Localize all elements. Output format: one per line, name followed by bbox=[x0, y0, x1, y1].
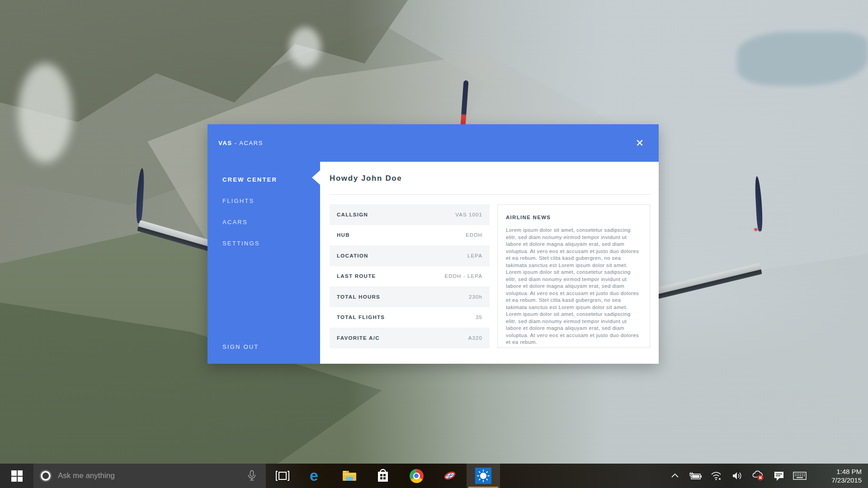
stat-value: EDDH bbox=[466, 232, 482, 238]
taskbar: e bbox=[0, 464, 868, 488]
stat-value: VAS 1001 bbox=[455, 212, 482, 217]
edge-icon: e bbox=[308, 468, 324, 484]
action-center-icon bbox=[773, 469, 785, 482]
taskbar-app-icons: e bbox=[266, 464, 500, 488]
lake bbox=[737, 32, 868, 86]
window-body: CREW CENTER FLIGHTS ACARS SETTINGS SIGN … bbox=[208, 162, 659, 364]
file-explorer-icon bbox=[342, 469, 357, 483]
airline-news-title: AIRLINE NEWS bbox=[506, 215, 642, 220]
acars-window: VAS - ACARS ✕ CREW CENTER FLIGHTS ACARS … bbox=[208, 124, 659, 364]
divider bbox=[330, 194, 650, 195]
touch-keyboard-icon bbox=[793, 470, 807, 482]
table-row: TOTAL FLIGHTS 35 bbox=[330, 307, 490, 328]
search-input[interactable] bbox=[58, 471, 246, 480]
battery-status[interactable] bbox=[685, 464, 706, 488]
microphone-icon[interactable] bbox=[246, 469, 258, 482]
windows-logo-icon bbox=[11, 470, 23, 482]
table-row: CALLSIGN VAS 1001 bbox=[330, 204, 490, 225]
main-content: Howdy John Doe CALLSIGN VAS 1001 HUB EDD… bbox=[320, 162, 659, 364]
stat-label: TOTAL FLIGHTS bbox=[337, 314, 385, 320]
stat-label: CALLSIGN bbox=[337, 212, 368, 217]
stat-value: EDDH - LEPA bbox=[445, 273, 482, 279]
onedrive-status[interactable] bbox=[748, 464, 769, 488]
airline-news-panel: AIRLINE NEWS Lorem ipsum dolor sit amet,… bbox=[497, 204, 650, 348]
desktop: VAS - ACARS ✕ CREW CENTER FLIGHTS ACARS … bbox=[0, 0, 868, 488]
clock-date: 7/23/2015 bbox=[810, 476, 862, 484]
acars-app-button-active[interactable] bbox=[467, 464, 500, 488]
hidden-icons-button[interactable] bbox=[665, 464, 685, 488]
onedrive-error-icon bbox=[751, 469, 765, 482]
chrome-icon bbox=[410, 469, 424, 483]
table-row: FAVORITE A/C A320 bbox=[330, 328, 490, 348]
cortana-search-box[interactable] bbox=[33, 464, 266, 488]
active-item-arrow bbox=[312, 170, 320, 185]
file-explorer-button[interactable] bbox=[333, 464, 366, 488]
stat-label: LAST ROUTE bbox=[337, 273, 376, 279]
cortana-icon bbox=[39, 469, 52, 482]
sign-out-button[interactable]: SIGN OUT bbox=[208, 340, 320, 354]
stat-value: A320 bbox=[468, 335, 482, 341]
edge-button[interactable]: e bbox=[299, 464, 333, 488]
table-row: LOCATION LEPA bbox=[330, 245, 490, 266]
stat-value: LEPA bbox=[467, 253, 482, 258]
svg-text:e: e bbox=[310, 468, 318, 484]
sidebar-item-crew-center[interactable]: CREW CENTER bbox=[208, 169, 320, 190]
store-button[interactable] bbox=[366, 464, 400, 488]
stat-label: LOCATION bbox=[337, 253, 368, 258]
table-row: HUB EDDH bbox=[330, 225, 490, 246]
wifi-icon bbox=[710, 470, 723, 482]
page-title: Howdy John Doe bbox=[330, 174, 650, 183]
store-icon bbox=[376, 468, 390, 483]
chevron-up-icon bbox=[670, 470, 680, 481]
pilot-stats-table: CALLSIGN VAS 1001 HUB EDDH LOCATION LEPA bbox=[330, 204, 490, 348]
task-view-button[interactable] bbox=[266, 464, 299, 488]
chrome-button[interactable] bbox=[400, 464, 433, 488]
sun-icon bbox=[476, 469, 490, 483]
start-button[interactable] bbox=[0, 464, 33, 488]
speaker-icon bbox=[731, 470, 744, 482]
airline-news-body: Lorem ipsum dolor sit amet, consetetur s… bbox=[506, 227, 642, 346]
sidebar-item-acars[interactable]: ACARS bbox=[208, 211, 320, 233]
window-title-brand: VAS bbox=[218, 140, 232, 146]
system-tray: 1:48 PM 7/23/2015 bbox=[665, 464, 868, 488]
stat-label: HUB bbox=[337, 232, 350, 238]
wing-nav-light bbox=[754, 228, 758, 231]
stat-value: 35 bbox=[476, 314, 482, 320]
window-title: VAS - ACARS bbox=[218, 140, 263, 146]
sidebar: CREW CENTER FLIGHTS ACARS SETTINGS SIGN … bbox=[208, 162, 320, 364]
snipping-tool-icon: ✂ bbox=[442, 468, 458, 483]
acars-app-tile bbox=[475, 468, 491, 484]
stat-label: FAVORITE A/C bbox=[337, 335, 380, 341]
window-titlebar: VAS - ACARS ✕ bbox=[208, 124, 659, 162]
taskbar-clock[interactable]: 1:48 PM 7/23/2015 bbox=[810, 467, 868, 484]
table-row: TOTAL HOURS 230h bbox=[330, 286, 490, 307]
clock-time: 1:48 PM bbox=[810, 467, 862, 476]
volume-control[interactable] bbox=[727, 464, 748, 488]
battery-charging-icon bbox=[689, 470, 703, 482]
stat-label: TOTAL HOURS bbox=[337, 294, 380, 300]
network-status[interactable] bbox=[706, 464, 727, 488]
close-icon[interactable]: ✕ bbox=[632, 135, 648, 151]
table-row: LAST ROUTE EDDH - LEPA bbox=[330, 266, 490, 287]
sidebar-item-settings[interactable]: SETTINGS bbox=[208, 233, 320, 254]
action-center-button[interactable] bbox=[769, 464, 789, 488]
task-view-icon bbox=[275, 469, 290, 483]
window-title-rest: - ACARS bbox=[235, 140, 263, 146]
stat-value: 230h bbox=[469, 294, 482, 300]
sidebar-item-flights[interactable]: FLIGHTS bbox=[208, 190, 320, 211]
snipping-tool-button[interactable]: ✂ bbox=[433, 464, 467, 488]
touch-keyboard-button[interactable] bbox=[789, 464, 810, 488]
